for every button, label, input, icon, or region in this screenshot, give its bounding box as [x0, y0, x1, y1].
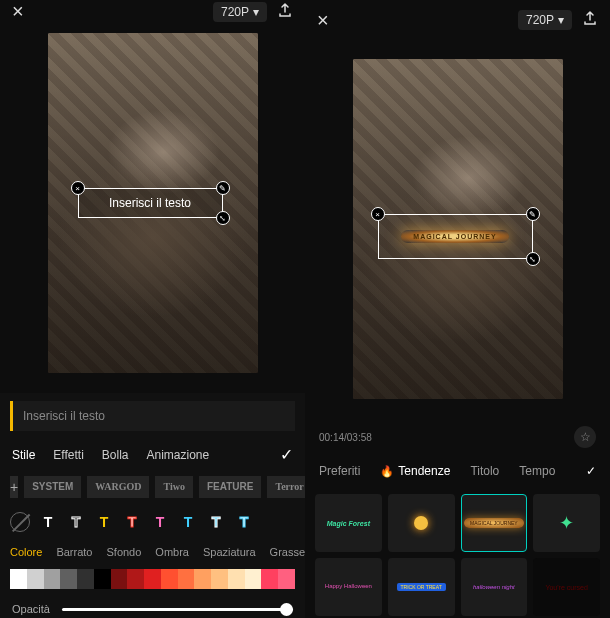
resolution-label: 720P	[526, 13, 554, 27]
color-swatch[interactable]	[60, 569, 77, 589]
edit-handle-icon[interactable]: ✎	[216, 181, 230, 195]
text-preset[interactable]: T	[206, 512, 226, 532]
chevron-down-icon: ▾	[253, 5, 259, 19]
subtab-barrato[interactable]: Barrato	[56, 546, 92, 558]
tab-animazione[interactable]: Animazione	[147, 448, 210, 462]
color-swatch[interactable]	[27, 569, 44, 589]
template-thumb[interactable]	[388, 494, 455, 552]
color-swatch[interactable]	[10, 569, 27, 589]
tab-bolla[interactable]: Bolla	[102, 448, 129, 462]
color-swatch[interactable]	[211, 569, 228, 589]
color-swatch[interactable]	[127, 569, 144, 589]
text-preset[interactable]: T	[178, 512, 198, 532]
close-icon[interactable]: ×	[12, 0, 24, 23]
color-swatch[interactable]	[144, 569, 161, 589]
topbar: × 720P ▾	[0, 0, 305, 23]
confirm-icon[interactable]: ✓	[280, 445, 293, 464]
resolution-selector[interactable]: 720P ▾	[518, 10, 572, 30]
color-swatch[interactable]	[77, 569, 94, 589]
text-preset[interactable]: T	[234, 512, 254, 532]
time-row: 00:14/03:58 ☆	[305, 418, 610, 456]
tab-stile[interactable]: Stile	[12, 448, 35, 462]
sub-tabs: Colore Barrato Sfondo Ombra Spaziatura G…	[0, 540, 305, 564]
tab-tendenze[interactable]: Tendenze	[398, 464, 450, 478]
template-tabs: Preferiti 🔥 Tendenze Titolo Tempo ✓	[305, 456, 610, 486]
subtab-grassetto[interactable]: Grassetto corsiv	[270, 546, 305, 558]
template-thumb[interactable]: MAGICAL JOURNEY	[461, 494, 528, 552]
color-swatch[interactable]	[228, 569, 245, 589]
text-input[interactable]: Inserisci il testo	[10, 401, 295, 431]
color-strip[interactable]	[10, 569, 295, 589]
text-preset[interactable]: T	[150, 512, 170, 532]
font-item[interactable]: Terror	[267, 476, 305, 498]
text-preset[interactable]: T	[94, 512, 114, 532]
template-thumb[interactable]: Happy Halloween	[315, 558, 382, 616]
tab-preferiti[interactable]: Preferiti	[319, 464, 360, 478]
style-panel: Inserisci il testo Stile Effetti Bolla A…	[0, 393, 305, 618]
font-item[interactable]: SYSTEM	[24, 476, 81, 498]
subtab-colore[interactable]: Colore	[10, 546, 42, 558]
color-swatch[interactable]	[161, 569, 178, 589]
template-thumb[interactable]: Magic Forest	[315, 494, 382, 552]
resize-handle-icon[interactable]: ⤡	[216, 211, 230, 225]
delete-handle-icon[interactable]: ×	[71, 181, 85, 195]
export-icon[interactable]	[582, 10, 598, 30]
text-overlay-box[interactable]: Inserisci il testo × ✎ ⤡	[78, 188, 223, 218]
left-panel: × 720P ▾ Inserisci il testo × ✎ ⤡ Inseri…	[0, 0, 305, 618]
color-swatch[interactable]	[278, 569, 295, 589]
resize-handle-icon[interactable]: ⤡	[526, 252, 540, 266]
delete-handle-icon[interactable]: ×	[371, 207, 385, 221]
overlay-text: MAGICAL JOURNEY	[401, 230, 508, 243]
chevron-down-icon: ▾	[558, 13, 564, 27]
template-thumb[interactable]: You're cursed	[533, 558, 600, 616]
video-preview[interactable]: Inserisci il testo × ✎ ⤡	[0, 23, 305, 393]
preset-none-icon[interactable]	[10, 512, 30, 532]
font-item[interactable]: WARGOD	[87, 476, 149, 498]
resolution-selector[interactable]: 720P ▾	[213, 2, 267, 22]
template-thumb[interactable]: TRICK OR TREAT	[388, 558, 455, 616]
template-thumb[interactable]: ✦	[533, 494, 600, 552]
time-display: 00:14/03:58	[319, 432, 372, 443]
font-item[interactable]: FEATURE	[199, 476, 261, 498]
edit-handle-icon[interactable]: ✎	[526, 207, 540, 221]
template-grid: Magic Forest MAGICAL JOURNEY ✦ Happy Hal…	[305, 486, 610, 618]
close-icon[interactable]: ×	[317, 9, 329, 32]
video-frame: Inserisci il testo × ✎ ⤡	[48, 33, 258, 373]
color-swatch[interactable]	[111, 569, 128, 589]
export-icon[interactable]	[277, 2, 293, 22]
style-tabs: Stile Effetti Bolla Animazione ✓	[0, 439, 305, 470]
favorite-icon[interactable]: ☆	[574, 426, 596, 448]
template-thumb[interactable]: halloween night	[461, 558, 528, 616]
right-panel: × 720P ▾ MAGICAL JOURNEY × ✎ ⤡ 00:14/03:…	[305, 0, 610, 618]
color-swatch[interactable]	[261, 569, 278, 589]
tab-tempo[interactable]: Tempo	[519, 464, 555, 478]
text-preset[interactable]: T	[122, 512, 142, 532]
resolution-label: 720P	[221, 5, 249, 19]
topbar: × 720P ▾	[305, 0, 610, 40]
opacity-row: Opacità	[0, 595, 305, 618]
text-preset[interactable]: T	[66, 512, 86, 532]
font-item[interactable]: Tiwo	[155, 476, 193, 498]
text-preset[interactable]: T	[38, 512, 58, 532]
color-swatch[interactable]	[94, 569, 111, 589]
video-frame: MAGICAL JOURNEY × ✎ ⤡	[353, 59, 563, 399]
confirm-icon[interactable]: ✓	[586, 464, 596, 478]
overlay-text: Inserisci il testo	[109, 196, 191, 210]
opacity-label: Opacità	[12, 603, 50, 615]
opacity-slider[interactable]	[62, 608, 293, 611]
font-row: + SYSTEM WARGOD Tiwo FEATURE Terror M	[0, 470, 305, 504]
subtab-spaziatura[interactable]: Spaziatura	[203, 546, 256, 558]
text-overlay-box[interactable]: MAGICAL JOURNEY × ✎ ⤡	[378, 214, 533, 259]
video-preview[interactable]: MAGICAL JOURNEY × ✎ ⤡	[305, 40, 610, 418]
color-swatch[interactable]	[178, 569, 195, 589]
color-swatch[interactable]	[194, 569, 211, 589]
subtab-sfondo[interactable]: Sfondo	[106, 546, 141, 558]
color-swatch[interactable]	[44, 569, 61, 589]
tab-titolo[interactable]: Titolo	[470, 464, 499, 478]
color-swatch[interactable]	[245, 569, 262, 589]
add-font-button[interactable]: +	[10, 476, 18, 498]
subtab-ombra[interactable]: Ombra	[155, 546, 189, 558]
text-style-presets: T T T T T T T T	[0, 504, 305, 540]
tab-effetti[interactable]: Effetti	[53, 448, 83, 462]
slider-thumb[interactable]	[280, 603, 293, 616]
